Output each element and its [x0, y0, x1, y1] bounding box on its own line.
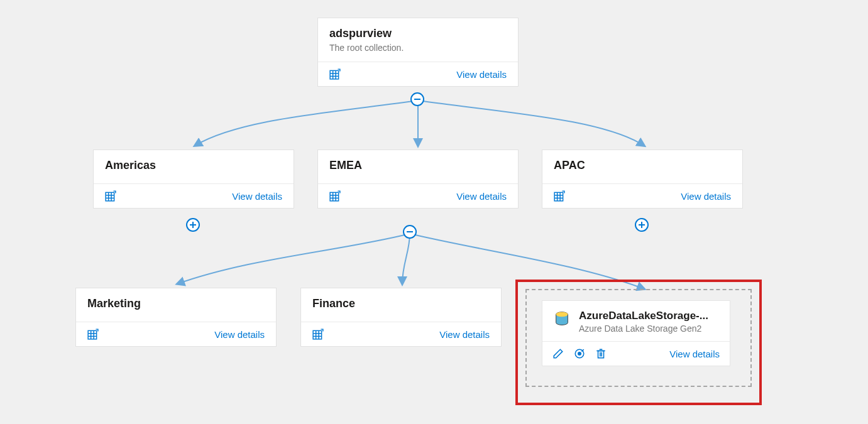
svg-point-31 — [556, 312, 568, 317]
collection-title: Americas — [105, 159, 282, 172]
collection-title: Finance — [312, 297, 490, 310]
view-details-link[interactable]: View details — [232, 191, 282, 202]
assets-icon[interactable] — [87, 329, 99, 340]
collection-card-apac[interactable]: APAC View details — [542, 149, 743, 209]
expand-button-apac[interactable] — [635, 218, 649, 232]
view-details-link[interactable]: View details — [456, 69, 507, 80]
collection-subtitle: The root collection. — [329, 43, 507, 53]
svg-rect-34 — [598, 351, 604, 358]
assets-icon[interactable] — [554, 190, 565, 202]
svg-rect-15 — [554, 192, 563, 201]
collection-card-finance[interactable]: Finance View details — [300, 288, 502, 347]
collection-title: Marketing — [87, 297, 265, 310]
expand-button-americas[interactable] — [186, 218, 200, 232]
svg-point-33 — [578, 352, 581, 356]
view-details-link[interactable]: View details — [439, 329, 490, 340]
view-details-link[interactable]: View details — [669, 349, 720, 359]
view-details-link[interactable]: View details — [456, 191, 507, 202]
svg-rect-5 — [106, 192, 114, 201]
collection-card-americas[interactable]: Americas View details — [93, 149, 294, 209]
view-details-link[interactable]: View details — [681, 191, 731, 202]
datalake-icon — [552, 310, 571, 329]
collapse-button-root[interactable] — [410, 92, 424, 106]
assets-icon[interactable] — [312, 329, 324, 340]
assets-icon[interactable] — [329, 190, 341, 202]
collection-title: EMEA — [329, 159, 507, 172]
svg-rect-25 — [313, 330, 322, 339]
datasource-subtitle: Azure Data Lake Storage Gen2 — [579, 323, 720, 334]
svg-rect-10 — [330, 192, 339, 201]
delete-icon[interactable] — [595, 348, 607, 359]
svg-rect-0 — [330, 70, 339, 79]
collection-title: adspurview — [329, 27, 507, 40]
scan-icon[interactable] — [574, 348, 585, 359]
view-details-link[interactable]: View details — [214, 329, 265, 340]
edit-icon[interactable] — [552, 348, 564, 359]
svg-rect-20 — [88, 330, 97, 339]
collection-title: APAC — [554, 159, 731, 172]
diagram-canvas: adspurview The root collection. View det… — [0, 0, 868, 424]
collection-card-emea[interactable]: EMEA View details — [317, 149, 519, 209]
assets-icon[interactable] — [105, 190, 116, 202]
datasource-card[interactable]: AzureDataLakeStorage-... Azure Data Lake… — [542, 300, 730, 366]
collection-card-root[interactable]: adspurview The root collection. View det… — [317, 18, 519, 87]
datasource-title: AzureDataLakeStorage-... — [579, 310, 720, 322]
assets-icon[interactable] — [329, 68, 341, 80]
collection-card-marketing[interactable]: Marketing View details — [75, 288, 277, 347]
collapse-button-emea[interactable] — [403, 225, 417, 239]
